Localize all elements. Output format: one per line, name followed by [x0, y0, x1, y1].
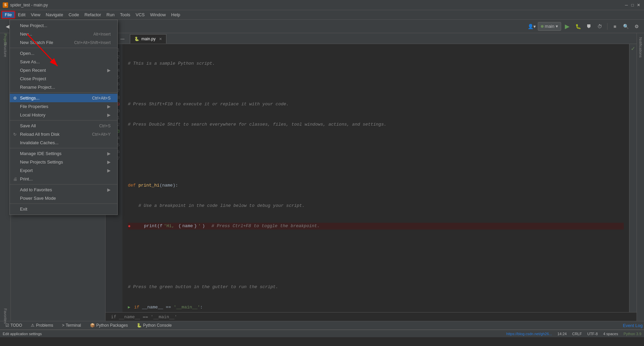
reload-shortcut: Ctrl+Alt+Y	[92, 132, 111, 137]
status-python[interactable]: Python 3.9	[623, 332, 641, 336]
bottom-code-hint: if __name__ == '__main__'	[111, 314, 177, 319]
code-line-6	[128, 162, 624, 169]
menu-edit[interactable]: Edit	[15, 11, 28, 19]
menu-local-history[interactable]: Local History ▶	[10, 111, 117, 119]
tab-filename: main.py	[141, 37, 156, 41]
menu-settings[interactable]: ⚙ Settings... Ctrl+Alt+S	[10, 94, 117, 102]
python-packages-label: Python Packages	[96, 323, 128, 328]
todo-label: TODO	[10, 323, 22, 328]
separator-4	[10, 148, 117, 148]
status-indent[interactable]: 4 spaces	[603, 332, 618, 336]
run-config-selector[interactable]: main ▾	[538, 22, 561, 31]
problems-label: Problems	[36, 323, 53, 328]
title-bar-controls: ─ □ ✕	[624, 2, 641, 8]
menu-open-recent[interactable]: Open Recent ▶	[10, 66, 117, 74]
menu-open[interactable]: Open...	[10, 49, 117, 58]
problems-icon: ⚠	[31, 323, 34, 328]
profile-button[interactable]: ⏱	[595, 22, 604, 31]
tab-settings-button[interactable]: —	[118, 34, 127, 44]
menu-new-project[interactable]: New Project...	[10, 21, 117, 30]
status-url: https://blog.csdn.net/gh26...	[506, 332, 552, 336]
menu-print[interactable]: 🖨 Print...	[10, 175, 117, 183]
print-label: Print...	[20, 176, 33, 181]
menu-vcs[interactable]: VCS	[133, 11, 147, 19]
app-icon: S	[3, 2, 8, 8]
editor-tab-main[interactable]: 🐍 main.py ✕	[130, 34, 166, 44]
debug-button[interactable]: 🐛	[573, 22, 583, 31]
menu-save-as[interactable]: Save As...	[10, 58, 117, 66]
reload-all-label: Reload All from Disk	[20, 132, 60, 137]
tab-python-packages[interactable]: 📦 Python Packages	[86, 322, 132, 329]
stop-button[interactable]: ■	[610, 22, 620, 31]
menu-manage-ide[interactable]: Manage IDE Settings ▶	[10, 149, 117, 158]
close-button[interactable]: ✕	[636, 2, 641, 8]
status-crlf[interactable]: CRLF	[572, 332, 582, 336]
menu-help[interactable]: Help	[168, 11, 183, 19]
new-project-label: New Project...	[20, 23, 47, 28]
tab-close-icon[interactable]: ✕	[159, 37, 162, 41]
menu-new-projects-settings[interactable]: New Projects Settings ▶	[10, 158, 117, 166]
menu-window[interactable]: Window	[147, 11, 168, 19]
breakpoint-indicator: ●	[128, 223, 131, 230]
menu-power-save[interactable]: Power Save Mode	[10, 194, 117, 202]
menu-code[interactable]: Code	[66, 11, 82, 19]
manage-ide-label: Manage IDE Settings	[20, 151, 62, 156]
status-position[interactable]: 14:24	[557, 332, 567, 336]
event-log-link[interactable]: Event Log	[623, 323, 643, 328]
menu-new-scratch-file[interactable]: New Scratch File Ctrl+Alt+Shift+Insert	[10, 38, 117, 47]
python-console-label: Python Console	[143, 323, 172, 328]
sidebar-favorites-icon[interactable]: Favorites	[1, 311, 10, 321]
edit-app-settings[interactable]: Edit application settings	[3, 332, 42, 336]
add-favorites-arrow: ▶	[107, 187, 111, 192]
sidebar-structure-icon[interactable]: Structure	[1, 45, 10, 54]
new-shortcut: Alt+Insert	[93, 32, 111, 37]
run-config-chevron: ▾	[556, 24, 558, 29]
code-line-7: def print_hi(name):	[128, 182, 624, 189]
code-area[interactable]: # This is a sample Python script. # Pres…	[122, 44, 629, 312]
menu-run[interactable]: Run	[104, 11, 117, 19]
menu-exit[interactable]: Exit	[10, 205, 117, 213]
menu-close-project[interactable]: Close Project	[10, 74, 117, 83]
open-label: Open...	[20, 51, 34, 56]
print-icon: 🖨	[13, 177, 17, 181]
settings-icon: ⚙	[13, 96, 17, 101]
menu-export[interactable]: Export ▶	[10, 166, 117, 175]
separator-6	[10, 203, 117, 204]
status-charset[interactable]: UTF-8	[587, 332, 598, 336]
title-bar-title: spider_test - main.py	[10, 3, 48, 7]
bottom-right: Event Log	[623, 323, 643, 328]
coverage-button[interactable]: ⛊	[584, 22, 594, 31]
tab-terminal[interactable]: > Terminal	[58, 322, 85, 329]
menu-file[interactable]: File	[1, 11, 15, 19]
menu-tools[interactable]: Tools	[117, 11, 133, 19]
editor-content: 1 2 3 4 5 6 7 8 9 10 11 12 13 14 15 16 1…	[106, 44, 637, 312]
menu-add-favorites[interactable]: Add to Favorites ▶	[10, 186, 117, 194]
menu-reload-all[interactable]: ↻ Reload All from Disk Ctrl+Alt+Y	[10, 130, 117, 138]
code-line-2	[128, 81, 624, 87]
menu-new[interactable]: New... Alt+Insert	[10, 30, 117, 38]
settings-toolbar-button[interactable]: ⚙	[632, 22, 641, 31]
run-button[interactable]: ▶	[562, 22, 572, 31]
tab-todo[interactable]: ☑ TODO	[1, 322, 26, 329]
menu-invalidate-caches[interactable]: Invalidate Caches...	[10, 138, 117, 147]
menu-file-properties[interactable]: File Properties ▶	[10, 102, 117, 111]
menu-view[interactable]: View	[28, 11, 43, 19]
new-projects-settings-label: New Projects Settings	[20, 159, 63, 165]
menu-refactor[interactable]: Refactor	[82, 11, 104, 19]
toolbar-user-button[interactable]: 👤▾	[527, 22, 536, 31]
menu-navigate[interactable]: Navigate	[43, 11, 66, 19]
tab-problems[interactable]: ⚠ Problems	[27, 322, 57, 329]
minimize-button[interactable]: ─	[624, 2, 629, 8]
open-recent-arrow: ▶	[107, 68, 111, 73]
notifications-label[interactable]: Notifications	[638, 35, 643, 60]
menu-save-all[interactable]: Save All Ctrl+S	[10, 122, 117, 130]
tab-file-icon: 🐍	[134, 37, 139, 41]
export-label: Export	[20, 168, 33, 173]
separator-5	[10, 184, 117, 185]
code-line-10	[128, 243, 624, 250]
tab-python-console[interactable]: 🐍 Python Console	[133, 322, 176, 329]
search-button[interactable]: 🔍	[621, 22, 630, 31]
terminal-icon: >	[62, 323, 64, 328]
menu-rename-project[interactable]: Rename Project...	[10, 83, 117, 91]
maximize-button[interactable]: □	[630, 2, 635, 8]
